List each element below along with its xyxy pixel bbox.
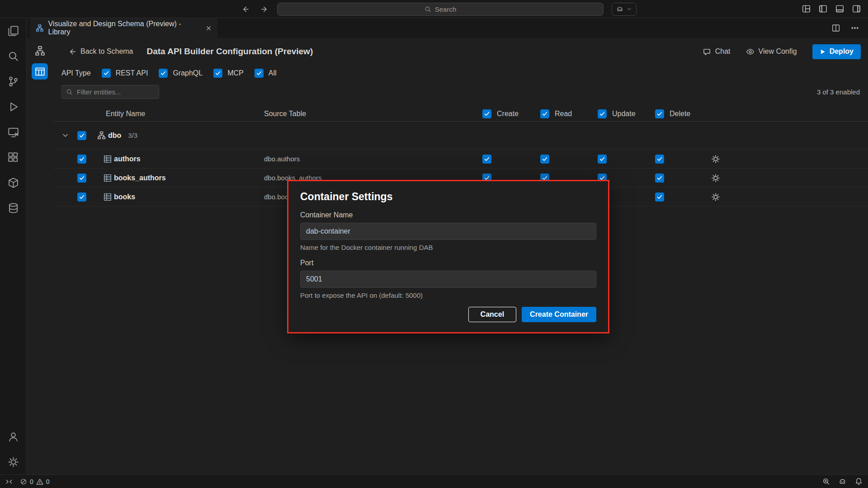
gear-icon bbox=[711, 192, 720, 202]
port-help: Port to expose the API on (default: 5000… bbox=[300, 291, 596, 299]
designer-toolbar bbox=[27, 38, 53, 474]
notifications-button[interactable] bbox=[855, 478, 863, 485]
arrow-left-icon bbox=[241, 5, 250, 14]
deploy-button[interactable]: Deploy bbox=[812, 44, 861, 59]
copilot-icon bbox=[839, 478, 846, 485]
bell-icon bbox=[855, 478, 863, 485]
checkbox-checked[interactable] bbox=[159, 69, 168, 78]
database-icon bbox=[8, 202, 19, 214]
schema-designer-icon bbox=[36, 24, 43, 32]
activity-extensions[interactable] bbox=[0, 145, 27, 170]
status-bar: 0 0 bbox=[0, 474, 868, 488]
view-config-button[interactable]: View Config bbox=[746, 47, 797, 56]
activity-search[interactable] bbox=[0, 43, 27, 69]
option-label: MCP bbox=[227, 69, 244, 77]
dab-config-view-button[interactable] bbox=[32, 63, 48, 80]
more-actions-button[interactable] bbox=[851, 24, 859, 32]
select-all-delete-checkbox[interactable] bbox=[655, 109, 664, 118]
split-editor-button[interactable] bbox=[832, 24, 840, 32]
activity-settings[interactable] bbox=[0, 449, 27, 474]
api-type-option-graphql[interactable]: GraphQL bbox=[159, 69, 203, 78]
container-settings-dialog: Container Settings Container Name Name f… bbox=[287, 180, 609, 333]
tab-visualize-design-schema[interactable]: Visualize and Design Schema (Preview) - … bbox=[30, 18, 217, 38]
entity-row-authors: authors dbo.authors bbox=[53, 150, 868, 169]
group-checkbox[interactable] bbox=[77, 131, 86, 140]
entity-checkbox[interactable] bbox=[77, 155, 86, 164]
gear-icon bbox=[711, 174, 720, 183]
entity-name: books bbox=[114, 193, 264, 201]
problems-indicator[interactable]: 0 0 bbox=[20, 478, 50, 485]
update-checkbox[interactable] bbox=[598, 155, 607, 164]
activity-containers[interactable] bbox=[0, 170, 27, 195]
entity-checkbox[interactable] bbox=[77, 174, 86, 183]
check-icon bbox=[79, 156, 85, 162]
schema-group-row: dbo 3/3 bbox=[53, 122, 868, 150]
search-placeholder: Search bbox=[435, 5, 457, 13]
activity-database[interactable] bbox=[0, 195, 27, 221]
warnings-icon bbox=[36, 478, 43, 485]
filter-entities-input[interactable] bbox=[61, 85, 159, 99]
row-settings-button[interactable] bbox=[711, 174, 868, 183]
tab-close-button[interactable] bbox=[205, 25, 212, 32]
toggle-primary-sidebar-button[interactable] bbox=[819, 5, 827, 13]
copilot-status-button[interactable] bbox=[839, 478, 846, 485]
port-input[interactable] bbox=[300, 271, 596, 288]
select-all-read-checkbox[interactable] bbox=[540, 109, 549, 118]
create-checkbox[interactable] bbox=[482, 155, 491, 164]
check-icon bbox=[484, 111, 490, 117]
activity-account[interactable] bbox=[0, 424, 27, 449]
entity-source: dbo.authors bbox=[264, 155, 482, 163]
activity-source-control[interactable] bbox=[0, 69, 27, 94]
table-design-icon bbox=[35, 66, 45, 77]
container-name-input[interactable] bbox=[300, 223, 596, 240]
nav-forward-button[interactable] bbox=[260, 5, 269, 14]
remote-indicator[interactable] bbox=[5, 478, 13, 485]
gear-icon bbox=[8, 456, 19, 468]
schema-view-button[interactable] bbox=[32, 42, 48, 59]
extensions-icon bbox=[8, 152, 19, 163]
row-settings-button[interactable] bbox=[711, 192, 868, 202]
container-name-label: Container Name bbox=[300, 211, 596, 219]
command-center-search[interactable]: Search bbox=[277, 3, 604, 16]
entity-checkbox[interactable] bbox=[77, 192, 86, 202]
checkbox-checked[interactable] bbox=[255, 69, 264, 78]
gear-icon bbox=[711, 155, 720, 164]
zoom-indicator[interactable] bbox=[822, 478, 830, 485]
collapse-group-button[interactable] bbox=[53, 131, 77, 139]
enabled-summary: 3 of 3 enabled bbox=[817, 88, 860, 96]
toggle-panel-button[interactable] bbox=[835, 5, 844, 13]
copilot-menu-button[interactable] bbox=[612, 3, 637, 16]
activity-run-debug[interactable] bbox=[0, 94, 27, 119]
create-header-label: Create bbox=[497, 110, 519, 118]
activity-remote-explorer[interactable] bbox=[0, 119, 27, 145]
create-container-button[interactable]: Create Container bbox=[522, 307, 596, 322]
nav-back-button[interactable] bbox=[241, 5, 250, 14]
checkbox-checked[interactable] bbox=[213, 69, 222, 78]
customize-layout-button[interactable] bbox=[802, 5, 811, 13]
table-icon bbox=[104, 174, 114, 182]
entity-name: authors bbox=[114, 155, 264, 163]
delete-checkbox[interactable] bbox=[655, 192, 664, 202]
read-checkbox[interactable] bbox=[540, 155, 549, 164]
read-header: Read bbox=[540, 109, 598, 118]
api-type-option-all[interactable]: All bbox=[255, 69, 277, 78]
arrow-left-icon bbox=[69, 48, 76, 56]
container-name-help: Name for the Docker container running DA… bbox=[300, 244, 596, 251]
back-to-schema-button[interactable]: Back to Schema bbox=[69, 47, 133, 56]
api-type-option-mcp[interactable]: MCP bbox=[213, 69, 244, 78]
activity-explorer[interactable] bbox=[0, 18, 27, 43]
api-type-row: API Type REST API GraphQL MCP bbox=[53, 69, 868, 78]
cancel-button[interactable]: Cancel bbox=[468, 307, 516, 322]
row-settings-button[interactable] bbox=[711, 155, 868, 164]
delete-checkbox[interactable] bbox=[655, 174, 664, 183]
chat-button[interactable]: Chat bbox=[703, 47, 731, 56]
select-all-update-checkbox[interactable] bbox=[598, 109, 607, 118]
delete-checkbox[interactable] bbox=[655, 155, 664, 164]
panel-left-icon bbox=[819, 5, 827, 13]
check-icon bbox=[79, 194, 85, 200]
checkbox-checked[interactable] bbox=[102, 69, 111, 78]
select-all-create-checkbox[interactable] bbox=[482, 109, 491, 118]
schema-hierarchy-icon bbox=[35, 46, 45, 56]
toggle-secondary-sidebar-button[interactable] bbox=[852, 5, 861, 13]
api-type-option-rest[interactable]: REST API bbox=[102, 69, 148, 78]
